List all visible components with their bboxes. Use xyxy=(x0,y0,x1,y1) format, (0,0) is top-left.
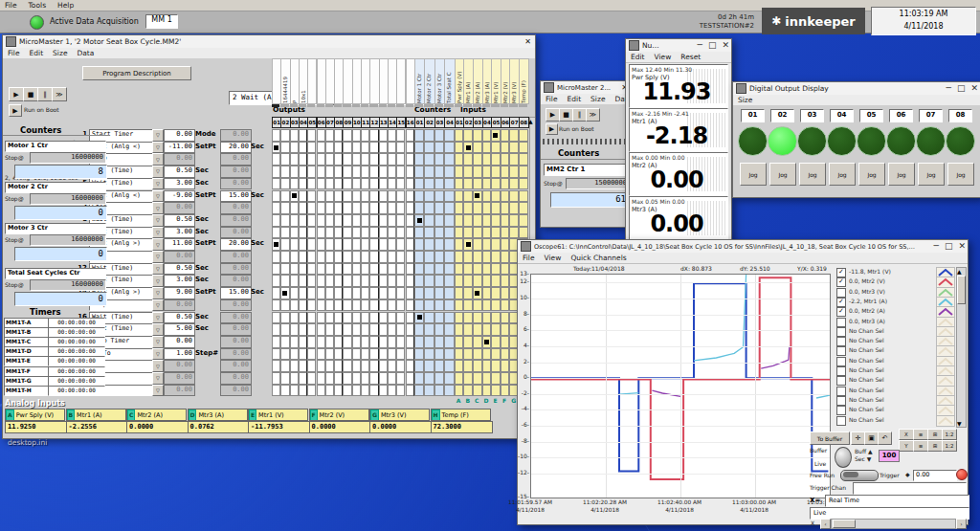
grid-cell[interactable] xyxy=(388,178,396,190)
command-value2-field[interactable]: 0.00 xyxy=(220,275,252,287)
grid-cell[interactable] xyxy=(463,275,473,287)
transport-stop-button[interactable]: ■ xyxy=(23,87,38,101)
grid-cell[interactable] xyxy=(434,385,445,397)
grid-cell[interactable] xyxy=(491,153,501,166)
grid-cell[interactable] xyxy=(455,323,464,336)
grid-cell[interactable] xyxy=(388,227,396,239)
grid-cell[interactable] xyxy=(352,323,361,336)
grid-cell[interactable] xyxy=(379,142,388,154)
grid-cell[interactable] xyxy=(361,287,369,299)
grid-cell[interactable] xyxy=(361,190,369,203)
transport-step-button[interactable]: ≫ xyxy=(52,87,67,101)
grid-cell[interactable] xyxy=(325,372,334,385)
mm2-titlebar[interactable]: MicroMaster 2... ✕ xyxy=(541,81,631,95)
grid-cell[interactable] xyxy=(379,190,388,203)
grid-cell[interactable] xyxy=(414,336,425,348)
grid-cell[interactable] xyxy=(299,299,307,312)
grid-cell[interactable] xyxy=(379,166,388,178)
x-scroll-left[interactable]: ‹ xyxy=(820,519,831,529)
grid-cell[interactable] xyxy=(317,153,325,166)
grid-cell[interactable] xyxy=(388,142,396,154)
command-value1-field[interactable]: 0.50 xyxy=(164,312,195,324)
grid-cell[interactable] xyxy=(444,263,455,276)
command-value2-field[interactable]: 20.00 xyxy=(220,238,252,251)
grid-cell[interactable] xyxy=(290,251,299,263)
grid-cell[interactable] xyxy=(473,238,482,251)
grid-cell[interactable] xyxy=(325,238,334,251)
grid-cell[interactable] xyxy=(482,238,492,251)
grid-cell[interactable] xyxy=(444,336,455,348)
grid-cell[interactable] xyxy=(501,385,510,397)
command-value1-field[interactable]: 0.00 xyxy=(164,360,195,372)
grid-cell[interactable] xyxy=(414,190,425,203)
grid-cell[interactable] xyxy=(444,129,455,142)
scope-channel-checkbox[interactable] xyxy=(836,288,846,298)
grid-cell[interactable] xyxy=(491,238,501,251)
command-dropdown-icon[interactable]: ▽ xyxy=(152,202,164,214)
grid-cell[interactable] xyxy=(434,312,445,324)
grid-cell[interactable] xyxy=(491,312,501,324)
command-value1-field[interactable]: -11.00 xyxy=(164,142,195,154)
grid-cell[interactable] xyxy=(280,214,289,227)
grid-cell[interactable] xyxy=(463,227,473,239)
grid-cell[interactable] xyxy=(290,348,299,361)
grid-cell[interactable] xyxy=(307,336,316,348)
grid-cell[interactable] xyxy=(317,385,325,397)
grid-cell[interactable] xyxy=(280,348,289,361)
y-scale-button-1[interactable]: ≡ xyxy=(913,440,928,452)
command-dropdown-icon[interactable]: ▽ xyxy=(152,166,164,178)
command-value1-field[interactable]: 11.00 xyxy=(164,238,195,251)
grid-cell[interactable] xyxy=(290,287,299,299)
command-dropdown-icon[interactable]: ▽ xyxy=(152,348,164,361)
grid-cell[interactable] xyxy=(290,360,299,372)
grid-cell[interactable] xyxy=(307,287,316,299)
grid-cell[interactable] xyxy=(396,129,405,142)
grid-cell[interactable] xyxy=(325,360,334,372)
grid-cell[interactable] xyxy=(272,202,280,214)
command-value1-field[interactable]: 1.00 xyxy=(164,348,195,361)
grid-cell[interactable] xyxy=(473,287,482,299)
menu-item-edit[interactable]: Edit xyxy=(30,49,44,57)
grid-cell[interactable] xyxy=(482,336,492,348)
grid-cell[interactable] xyxy=(455,251,464,263)
grid-cell[interactable] xyxy=(406,263,414,276)
grid-cell[interactable] xyxy=(482,251,492,263)
numeric-window-buttons[interactable]: ─□✕ xyxy=(698,40,729,50)
grid-cell[interactable] xyxy=(307,348,316,361)
grid-cell[interactable] xyxy=(434,299,445,312)
grid-cell[interactable] xyxy=(414,238,425,251)
grid-cell[interactable] xyxy=(379,275,388,287)
grid-cell[interactable] xyxy=(307,227,316,239)
grid-cell[interactable] xyxy=(406,238,414,251)
grid-cell[interactable] xyxy=(343,251,351,263)
counter-stop-field[interactable]: 16000000 xyxy=(30,152,106,164)
grid-cell[interactable] xyxy=(444,385,455,397)
grid-cell[interactable] xyxy=(369,385,378,397)
grid-cell[interactable] xyxy=(482,263,492,276)
grid-cell[interactable] xyxy=(509,214,519,227)
grid-cell[interactable] xyxy=(491,214,501,227)
grid-cell[interactable] xyxy=(352,190,361,203)
grid-cell[interactable] xyxy=(491,129,501,142)
grid-cell[interactable] xyxy=(434,238,445,251)
grid-cell[interactable] xyxy=(444,287,455,299)
scope-channel-checkbox[interactable] xyxy=(836,357,846,366)
grid-cell[interactable] xyxy=(334,202,343,214)
menu-item-file[interactable]: File xyxy=(8,49,20,57)
scope-channel-checkbox[interactable]: ✓ xyxy=(836,277,846,287)
grid-cell[interactable] xyxy=(501,202,510,214)
grid-cell[interactable] xyxy=(343,312,351,324)
grid-cell[interactable] xyxy=(361,214,369,227)
command-dropdown-icon[interactable]: ▽ xyxy=(152,336,164,348)
grid-cell[interactable] xyxy=(343,336,351,348)
grid-cell[interactable] xyxy=(509,129,519,142)
grid-cell[interactable] xyxy=(343,299,351,312)
grid-cell[interactable] xyxy=(473,385,482,397)
grid-cell[interactable] xyxy=(434,251,445,263)
grid-cell[interactable] xyxy=(396,227,405,239)
command-value2-field[interactable]: 0.00 xyxy=(220,336,252,348)
grid-cell[interactable] xyxy=(334,299,343,312)
grid-cell[interactable] xyxy=(424,214,434,227)
grid-cell[interactable] xyxy=(307,166,316,178)
grid-cell[interactable] xyxy=(434,129,445,142)
